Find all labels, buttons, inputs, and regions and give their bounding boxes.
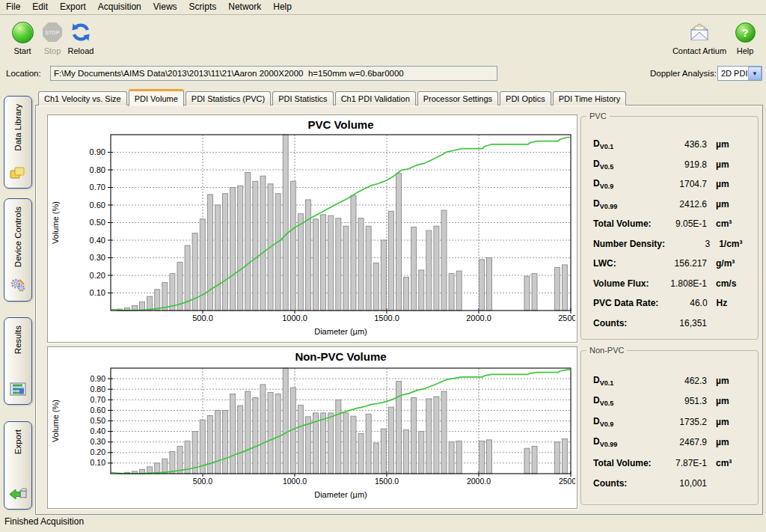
menu-item-file[interactable]: File [0, 0, 26, 14]
svg-text:0.60: 0.60 [90, 201, 105, 210]
reload-label: Reload [68, 46, 94, 55]
stat-row-total-volume: Total Volume:7.87E-1cm³ [581, 453, 758, 474]
stat-row-dv0-5: DV0.5951.3µm [581, 391, 758, 412]
menu-item-views[interactable]: Views [147, 0, 183, 14]
sidebar-item-label: Export [13, 429, 22, 454]
contact-artium-label: Contact Artium [672, 46, 726, 55]
sidebar-item-label: Data Library [13, 104, 22, 151]
stat-value: 46.0 [658, 298, 707, 308]
stat-label: DV0.99 [593, 198, 658, 210]
stat-row-number-density: Number Density:31/cm³ [581, 234, 758, 254]
pvc-stats-rows: DV0.1436.3µmDV0.5919.8µmDV0.91704.7µmDV0… [581, 135, 758, 333]
stat-row-dv0-9: DV0.91735.2µm [581, 412, 758, 432]
location-label: Location: [6, 64, 41, 82]
tab-ch1-pdi-validation[interactable]: Ch1 PDI Validation [335, 91, 416, 106]
svg-text:0.60: 0.60 [91, 406, 106, 415]
sidebar: Data LibraryDevice ControlsResultsExport [0, 85, 34, 514]
stat-value: 156.217 [658, 258, 707, 269]
stat-label: LWC: [593, 258, 658, 269]
start-label: Start [13, 46, 31, 55]
sidebar-item-device-controls[interactable]: Device Controls [4, 198, 32, 302]
sidebar-item-data-library[interactable]: Data Library [4, 96, 32, 189]
svg-text:0.40: 0.40 [90, 236, 105, 245]
stat-label: DV0.9 [593, 178, 658, 190]
stat-value: 16,351 [658, 318, 707, 328]
stat-row-counts: Counts:10,001 [581, 474, 758, 495]
tab-pdi-optics[interactable]: PDI Optics [500, 91, 551, 106]
stat-unit: µm [716, 199, 750, 210]
stat-row-total-volume: Total Volume:9.05E-1cm³ [581, 214, 758, 234]
stat-value: 7.87E-1 [658, 458, 707, 468]
svg-text:1000.0: 1000.0 [282, 314, 307, 322]
svg-text:500.0: 500.0 [192, 314, 213, 322]
stat-label: DV0.1 [593, 138, 658, 150]
stat-label: Counts: [593, 318, 658, 328]
stat-row-dv0-1: DV0.1462.3µm [581, 370, 758, 391]
stat-value: 2467.9 [658, 437, 707, 447]
tab-pdi-statistics[interactable]: PDI Statistics [272, 91, 333, 106]
svg-text:0.90: 0.90 [90, 147, 105, 156]
svg-text:0.30: 0.30 [90, 253, 105, 262]
stat-row-volume-flux: Volume Flux:1.808E-1cm/s [581, 274, 758, 294]
doppler-analysis-select[interactable]: 2D PDI ▼ [717, 66, 762, 81]
status-bar: Finished Acquisition [0, 515, 766, 532]
stat-unit: µm [716, 396, 750, 406]
toolbar: Start STOP Stop Reload [0, 15, 766, 63]
stat-value: 951.3 [658, 396, 707, 406]
svg-text:2000.0: 2000.0 [467, 477, 491, 486]
svg-text:Diameter (µm): Diameter (µm) [314, 327, 367, 336]
chevron-down-icon[interactable]: ▼ [748, 67, 762, 80]
svg-text:0.20: 0.20 [91, 447, 106, 456]
tab-pdi-time-history[interactable]: PDI Time History [553, 91, 627, 106]
svg-text:Volume (%): Volume (%) [51, 201, 60, 244]
folders-icon [10, 166, 26, 182]
svg-text:1500.0: 1500.0 [375, 477, 399, 486]
pvc-groupbox-title: PVC [586, 111, 610, 120]
svg-text:0.10: 0.10 [91, 458, 106, 467]
envelope-icon [688, 21, 711, 43]
start-icon [12, 21, 34, 43]
reload-button[interactable]: Reload [64, 19, 97, 61]
tab-pdi-volume[interactable]: PDI Volume [129, 89, 184, 106]
svg-text:0.70: 0.70 [91, 395, 106, 404]
stop-label: Stop [44, 46, 61, 55]
stat-unit: µm [716, 417, 750, 427]
tab-ch1-velocity-vs-size[interactable]: Ch1 Velocity vs. Size [38, 91, 127, 106]
stat-row-lwc: LWC:156.217g/m³ [581, 254, 758, 274]
stat-row-dv0-99: DV0.992412.6µm [581, 195, 758, 215]
menu-item-help[interactable]: Help [267, 0, 298, 14]
stat-unit: cm³ [716, 458, 750, 468]
doppler-analysis-value: 2D PDI [718, 69, 748, 78]
svg-text:0.80: 0.80 [91, 385, 106, 394]
menu-item-edit[interactable]: Edit [26, 0, 54, 14]
svg-text:0.40: 0.40 [91, 426, 106, 435]
help-button[interactable]: ? Help [730, 19, 760, 61]
doppler-analysis-label: Doppler Analysis: [650, 64, 717, 82]
svg-text:500.0: 500.0 [193, 477, 212, 486]
nonpvc-stats-rows: DV0.1462.3µmDV0.5951.3µmDV0.91735.2µmDV0… [581, 370, 758, 494]
stat-row-counts: Counts:16,351 [581, 314, 758, 334]
tab-strip: Ch1 Velocity vs. SizePDI VolumePDI Stati… [38, 88, 628, 106]
tab-processor-settings[interactable]: Processor Settings [417, 91, 498, 106]
menu-item-network[interactable]: Network [222, 0, 267, 14]
stat-unit: µm [716, 179, 750, 189]
contact-artium-button[interactable]: Contact Artium [670, 19, 729, 61]
tab-pdi-statistics-pvc[interactable]: PDI Statistics (PVC) [186, 91, 271, 106]
svg-text:0.90: 0.90 [91, 374, 106, 383]
stat-value: 2412.6 [658, 199, 707, 210]
stat-unit: µm [716, 139, 750, 150]
sidebar-item-results[interactable]: Results [4, 317, 32, 405]
stat-label: Total Volume: [593, 458, 658, 468]
stat-value: 462.3 [658, 376, 707, 386]
stat-value: 3 [665, 239, 710, 249]
location-input[interactable] [50, 66, 497, 81]
svg-text:1500.0: 1500.0 [374, 314, 399, 322]
svg-text:0.50: 0.50 [90, 218, 105, 227]
menu-item-acquisition[interactable]: Acquisition [92, 0, 147, 14]
menu-item-scripts[interactable]: Scripts [183, 0, 223, 14]
sidebar-item-export[interactable]: Export [4, 421, 32, 510]
start-button[interactable]: Start [6, 19, 39, 61]
svg-text:Non-PVC Volume: Non-PVC Volume [295, 350, 386, 363]
nonpvc-stats-groupbox: Non-PVC DV0.1462.3µmDV0.5951.3µmDV0.9173… [580, 350, 759, 505]
menu-item-export[interactable]: Export [54, 0, 92, 14]
